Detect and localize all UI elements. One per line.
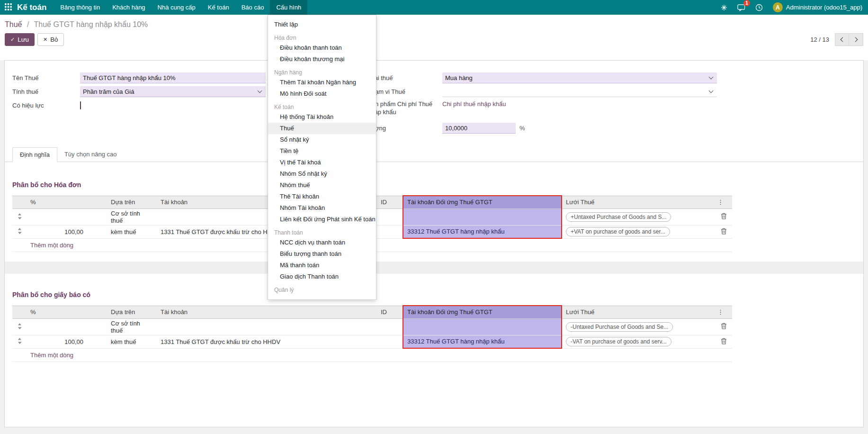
menu-item-incoterms[interactable]: Điều khoản thương mại <box>268 54 376 65</box>
nav-item-dashboard[interactable]: Bảng thông tin <box>54 0 106 15</box>
counter-account-cell[interactable] <box>403 208 562 225</box>
menu-item-account-groups[interactable]: Nhóm Tài khoản <box>268 202 376 214</box>
id-column-header[interactable]: ID <box>377 196 403 208</box>
active-checkbox[interactable] <box>80 101 81 109</box>
account-cell[interactable] <box>157 318 377 335</box>
tax-grid-cell[interactable]: -Untaxed Purchase of Goods and Se... <box>562 318 716 335</box>
menu-item-payment-providers[interactable]: NCC dịch vụ thanh toán <box>268 237 376 248</box>
counter-account-cell[interactable]: 33312 Thuế GTGT hàng nhập khẩu <box>403 225 562 238</box>
apps-grid-icon <box>5 3 12 12</box>
id-column-header[interactable]: ID <box>377 306 403 318</box>
percent-column-header[interactable]: % <box>27 196 98 208</box>
menu-item-payment-transactions[interactable]: Giao dịch Thanh toán <box>268 271 376 282</box>
based-on-cell[interactable]: Cơ sở tính thuế <box>98 318 157 335</box>
discard-button[interactable]: ✕ Bỏ <box>37 33 64 46</box>
account-cell[interactable]: 1331 Thuế GTGT được khấu trừ cho HHDV <box>157 335 377 348</box>
delete-row-icon[interactable] <box>716 208 732 225</box>
percent-cell[interactable]: 100,00 <box>27 225 98 238</box>
row-drag-handle[interactable] <box>12 208 27 225</box>
messages-badge: 1 <box>743 0 750 6</box>
menu-item-fiscal-positions[interactable]: Vị thế Tài khoá <box>268 157 376 168</box>
tax-grid-tag[interactable]: -VAT on purchase of goods and serv... <box>566 337 671 346</box>
counter-account-column-header[interactable]: Tài khoản Đối ứng Thuế GTGT <box>403 306 562 318</box>
menu-item-account-tags[interactable]: Thẻ Tài khoản <box>268 191 376 202</box>
delete-row-icon[interactable] <box>716 318 732 335</box>
percent-cell[interactable] <box>27 208 98 225</box>
menu-item-payment-tokens[interactable]: Mã thanh toán <box>268 260 376 271</box>
menu-item-reconciliation-models[interactable]: Mô hình Đối soát <box>268 88 376 99</box>
nav-item-accounting[interactable]: Kế toán <box>202 0 235 15</box>
based-on-cell[interactable]: kèm thuế <box>98 335 157 348</box>
tax-scope-select[interactable] <box>442 86 717 97</box>
add-line-link[interactable]: Thêm một dòng <box>30 352 73 359</box>
avatar: A <box>773 2 783 12</box>
activities-clock-icon[interactable] <box>755 4 763 11</box>
nav-item-reporting[interactable]: Báo cáo <box>235 0 270 15</box>
nav-item-customers[interactable]: Khách hàng <box>106 0 151 15</box>
app-name[interactable]: Kế toán <box>16 0 54 15</box>
menu-item-chart-of-accounts[interactable]: Hệ thống Tài khoản <box>268 111 376 123</box>
tax-grid-tag[interactable]: +Untaxed Purchase of Goods and S... <box>566 212 671 222</box>
tax-grid-tag[interactable]: -Untaxed Purchase of Goods and Se... <box>566 322 673 332</box>
tax-form-sheet: Tên Thuế Thuế GTGT hàng nhập khẩu 10% Tí… <box>4 60 864 427</box>
tax-computation-select[interactable]: Phần trăm của Giá <box>80 86 266 97</box>
tax-grid-tag[interactable]: +VAT on purchase of goods and ser... <box>566 227 670 236</box>
menu-section-accounting: Kế toán <box>268 99 376 111</box>
menu-section-payments: Thanh toán <box>268 225 376 237</box>
tax-name-input[interactable]: Thuế GTGT hàng nhập khẩu 10% <box>80 72 266 83</box>
menu-item-settings[interactable]: Thiết lập <box>268 19 376 30</box>
menu-item-journals[interactable]: Sổ nhật ký <box>268 134 376 145</box>
amount-input[interactable]: 10,0000 <box>442 123 516 134</box>
table-row[interactable]: Cơ sở tính thuế -Untaxed Purchase of Goo… <box>12 318 732 335</box>
menu-section-management: Quản lý <box>268 282 376 294</box>
menu-item-journal-groups[interactable]: Nhóm Sổ nhật ký <box>268 168 376 180</box>
counter-account-cell[interactable] <box>403 318 562 335</box>
percent-cell[interactable] <box>27 318 98 335</box>
configuration-dropdown-menu: Thiết lập Hóa đơn Điều khoản thanh toán … <box>268 15 376 300</box>
menu-item-payment-terms[interactable]: Điều khoản thanh toán <box>268 42 376 54</box>
tax-grid-cell[interactable]: -VAT on purchase of goods and serv... <box>562 335 716 348</box>
tab-definition[interactable]: Định nghĩa <box>12 147 57 162</box>
tax-grids-column-header[interactable]: Lưới Thuế <box>562 306 716 318</box>
menu-item-payment-icons[interactable]: Biểu tượng thanh toán <box>268 248 376 260</box>
nav-item-vendors[interactable]: Nhà cung cấp <box>152 0 202 15</box>
row-drag-handle[interactable] <box>12 318 27 335</box>
menu-item-journal-item-matching[interactable]: Liên kết Đối ứng Phát sinh Kế toán <box>268 214 376 225</box>
pager-previous-button[interactable] <box>835 33 849 46</box>
table-row[interactable]: 100,00 kèm thuế 1331 Thuế GTGT được khấu… <box>12 335 732 348</box>
messages-icon[interactable]: 1 <box>737 4 745 11</box>
percent-cell[interactable]: 100,00 <box>27 335 98 348</box>
optional-columns-toggle[interactable]: ⋮ <box>716 306 732 318</box>
optional-columns-toggle[interactable]: ⋮ <box>716 196 732 208</box>
account-column-header[interactable]: Tài khoản <box>157 306 377 318</box>
tax-grid-cell[interactable]: +Untaxed Purchase of Goods and S... <box>562 208 716 225</box>
expense-product-link[interactable]: Chi phí thuế nhập khẩu <box>442 100 506 108</box>
delete-row-icon[interactable] <box>716 335 732 348</box>
nav-item-configuration[interactable]: Cấu hình <box>270 0 307 15</box>
add-line-link[interactable]: Thêm một dòng <box>30 242 73 249</box>
based-on-cell[interactable]: Cơ sở tính thuế <box>98 208 157 225</box>
tax-grid-cell[interactable]: +VAT on purchase of goods and ser... <box>562 225 716 238</box>
tax-type-select[interactable]: Mua hàng <box>442 72 717 83</box>
counter-account-column-header[interactable]: Tài khoản Đối ứng Thuế GTGT <box>403 196 562 208</box>
counter-account-cell[interactable]: 33312 Thuế GTGT hàng nhập khẩu <box>403 335 562 348</box>
percent-column-header[interactable]: % <box>27 306 98 318</box>
breadcrumb-parent-link[interactable]: Thuế <box>5 20 22 28</box>
row-drag-handle[interactable] <box>12 335 27 348</box>
menu-item-add-bank-account[interactable]: Thêm Tài khoản Ngân hàng <box>268 77 376 88</box>
menu-item-taxes[interactable]: Thuế <box>268 123 376 134</box>
debug-mode-icon[interactable] <box>721 4 727 11</box>
pager-next-button[interactable] <box>849 33 863 46</box>
tax-grids-column-header[interactable]: Lưới Thuế <box>562 196 716 208</box>
save-button[interactable]: ✓ Lưu <box>5 33 35 46</box>
apps-menu-button[interactable] <box>0 0 16 15</box>
menu-item-currencies[interactable]: Tiền tệ <box>268 145 376 157</box>
delete-row-icon[interactable] <box>716 225 732 238</box>
menu-item-tax-groups[interactable]: Nhóm thuế <box>268 180 376 191</box>
based-on-cell[interactable]: kèm thuế <box>98 225 157 238</box>
based-on-column-header[interactable]: Dựa trên <box>98 196 157 208</box>
user-menu[interactable]: A Administrator (odoo15_app) <box>773 2 862 12</box>
based-on-column-header[interactable]: Dựa trên <box>98 306 157 318</box>
tab-advanced-options[interactable]: Tùy chọn nâng cao <box>57 147 124 162</box>
row-drag-handle[interactable] <box>12 225 27 238</box>
